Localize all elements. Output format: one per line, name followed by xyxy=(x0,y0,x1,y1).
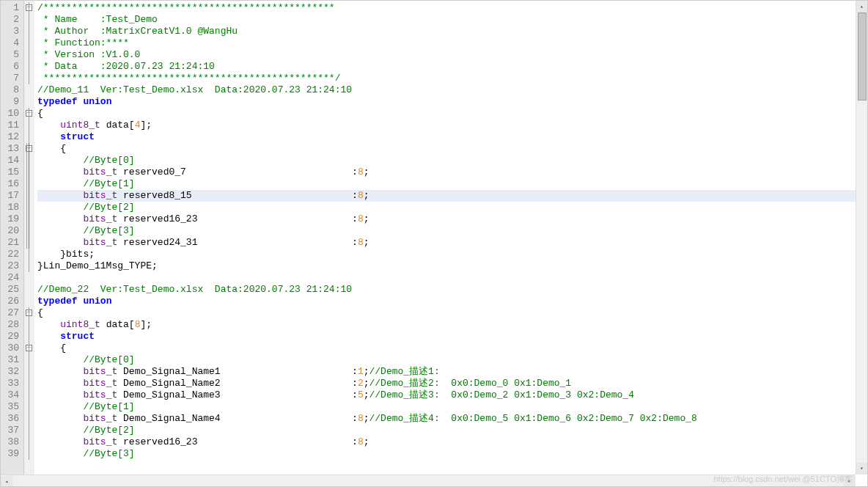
line-number: 38 xyxy=(4,436,19,448)
line-number: 5 xyxy=(4,49,19,61)
code-line[interactable]: //Byte[2] xyxy=(37,202,867,213)
line-number: 25 xyxy=(4,284,19,296)
code-line[interactable]: //Byte[0] xyxy=(37,354,867,366)
code-area[interactable]: /***************************************… xyxy=(34,1,867,486)
line-number: 23 xyxy=(4,260,19,272)
line-number: 11 xyxy=(4,120,19,131)
code-line[interactable]: //Byte[2] xyxy=(37,425,867,436)
line-number: 19 xyxy=(4,213,19,225)
code-line[interactable] xyxy=(37,272,867,284)
code-line[interactable]: bits_t reserved0_7 :8; xyxy=(37,166,867,178)
line-number: 31 xyxy=(4,354,19,366)
scroll-thumb-v[interactable] xyxy=(858,12,867,100)
code-line[interactable]: }bits; xyxy=(37,249,867,260)
code-line[interactable]: { xyxy=(37,343,867,354)
scroll-up-arrow[interactable]: ▴ xyxy=(856,1,867,12)
code-line[interactable]: bits_t Demo_Signal_Name1 :1;//Demo_描述1: xyxy=(37,366,867,378)
line-number: 36 xyxy=(4,413,19,425)
line-number: 20 xyxy=(4,225,19,237)
line-number: 8 xyxy=(4,84,19,96)
code-line[interactable]: //Byte[3] xyxy=(37,225,867,237)
code-line[interactable]: bits_t reserved24_31 :8; xyxy=(37,237,867,249)
code-line[interactable]: * Name :Test_Demo xyxy=(37,14,867,26)
line-number-gutter: 1234567891011121314151617181920212223242… xyxy=(1,1,24,486)
code-line[interactable]: bits_t Demo_Signal_Name3 :5;//Demo_描述3: … xyxy=(37,389,867,401)
code-line[interactable]: //Byte[3] xyxy=(37,448,867,460)
line-number: 26 xyxy=(4,296,19,307)
code-line[interactable]: //Demo_11 Ver:Test_Demo.xlsx Data:2020.0… xyxy=(37,84,867,96)
code-line[interactable]: * Version :V1.0.0 xyxy=(37,49,867,61)
code-line[interactable]: * Function:**** xyxy=(37,37,867,49)
code-line[interactable]: struct xyxy=(37,331,867,343)
line-number: 18 xyxy=(4,202,19,213)
line-number: 12 xyxy=(4,131,19,143)
line-number: 7 xyxy=(4,73,19,84)
code-line[interactable]: //Byte[0] xyxy=(37,155,867,166)
code-line[interactable]: bits_t reserved16_23 :8; xyxy=(37,436,867,448)
line-number: 1 xyxy=(4,2,19,14)
line-number: 17 xyxy=(4,190,19,202)
code-line[interactable]: bits_t Demo_Signal_Name2 :2;//Demo_描述2: … xyxy=(37,378,867,389)
scroll-left-arrow[interactable]: ◂ xyxy=(1,476,12,487)
line-number: 21 xyxy=(4,237,19,249)
code-line[interactable]: * Author :MatrixCreatV1.0 @WangHu xyxy=(37,26,867,37)
line-number: 15 xyxy=(4,166,19,178)
line-number: 10 xyxy=(4,108,19,120)
code-line[interactable]: { xyxy=(37,307,867,319)
line-number: 28 xyxy=(4,319,19,331)
code-line[interactable]: uint8_t data[8]; xyxy=(37,319,867,331)
code-line[interactable]: bits_t reserved8_15 :8; xyxy=(37,190,867,202)
line-number: 30 xyxy=(4,343,19,354)
code-line[interactable]: typedef union xyxy=(37,296,867,307)
code-line[interactable]: uint8_t data[4]; xyxy=(37,120,867,131)
code-line[interactable]: }Lin_Demo_11Msg_TYPE; xyxy=(37,260,867,272)
line-number: 14 xyxy=(4,155,19,166)
code-line[interactable]: /***************************************… xyxy=(37,2,867,14)
code-line[interactable]: typedef union xyxy=(37,96,867,108)
fold-column[interactable]: −−−−− xyxy=(24,1,34,486)
line-number: 24 xyxy=(4,272,19,284)
watermark-text: https://blog.csdn.net/wei @51CTO博客 xyxy=(714,474,853,485)
scroll-down-arrow[interactable]: ▾ xyxy=(856,463,867,475)
line-number: 13 xyxy=(4,143,19,155)
line-number: 33 xyxy=(4,378,19,389)
line-number: 34 xyxy=(4,389,19,401)
code-line[interactable]: //Demo_22 Ver:Test_Demo.xlsx Data:2020.0… xyxy=(37,284,867,296)
code-line[interactable]: { xyxy=(37,108,867,120)
line-number: 16 xyxy=(4,178,19,190)
line-number: 27 xyxy=(4,307,19,319)
line-number: 32 xyxy=(4,366,19,378)
line-number: 22 xyxy=(4,249,19,260)
code-line[interactable]: * Data :2020.07.23 21:24:10 xyxy=(37,61,867,73)
line-number: 2 xyxy=(4,14,19,26)
code-line[interactable]: bits_t Demo_Signal_Name4 :8;//Demo_描述4: … xyxy=(37,413,867,425)
line-number: 29 xyxy=(4,331,19,343)
line-number: 37 xyxy=(4,425,19,436)
line-number: 4 xyxy=(4,37,19,49)
line-number: 39 xyxy=(4,448,19,460)
code-line[interactable]: struct xyxy=(37,131,867,143)
code-line[interactable]: { xyxy=(37,143,867,155)
line-number: 9 xyxy=(4,96,19,108)
code-line[interactable]: ****************************************… xyxy=(37,73,867,84)
line-number: 3 xyxy=(4,26,19,37)
code-line[interactable]: bits_t reserved16_23 :8; xyxy=(37,213,867,225)
code-line[interactable]: //Byte[1] xyxy=(37,178,867,190)
line-number: 6 xyxy=(4,61,19,73)
line-number: 35 xyxy=(4,401,19,413)
vertical-scrollbar[interactable]: ▴ ▾ xyxy=(856,1,867,475)
code-line[interactable]: //Byte[1] xyxy=(37,401,867,413)
code-editor[interactable]: 1234567891011121314151617181920212223242… xyxy=(1,1,867,486)
